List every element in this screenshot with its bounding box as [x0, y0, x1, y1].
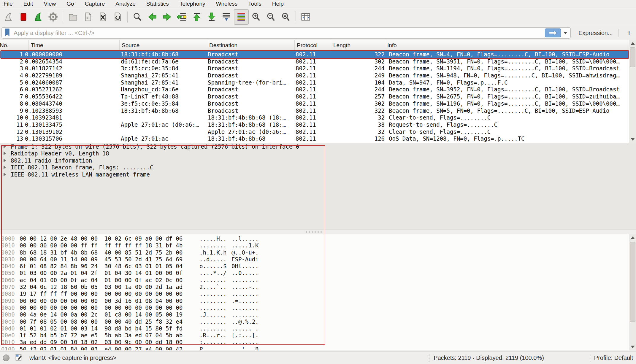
stop-capture-icon[interactable] — [16, 9, 31, 25]
filter-bookmark-icon[interactable] — [4, 28, 10, 38]
column-header-destination[interactable]: Destination — [207, 40, 295, 51]
expression-button[interactable]: Expression... — [578, 30, 613, 36]
packet-row[interactable]: 11 0.130133475 Apple_27:01:ac (d0:a6:… 1… — [0, 121, 629, 128]
column-header-info[interactable]: Info — [385, 40, 629, 51]
packet-row[interactable]: 7 0.055536422 Tp-LinkT_ef:48:88 Broadcas… — [0, 93, 629, 100]
menu-item[interactable]: File — [4, 1, 13, 7]
filter-history-dropdown[interactable] — [562, 28, 569, 37]
expert-info-icon[interactable] — [3, 355, 9, 361]
zoom-in-icon[interactable] — [249, 9, 264, 25]
restart-capture-icon[interactable] — [31, 9, 46, 25]
splitter-handle-icon[interactable] — [306, 231, 322, 233]
colorize-icon[interactable] — [234, 9, 249, 25]
detail-row[interactable]: Frame 1: 322 bytes on wire (2576 bits), … — [0, 143, 636, 150]
scroll-up-icon[interactable] — [629, 40, 636, 47]
packet-row[interactable]: 5 0.024060087 Shanghai_27:85:41 Spanning… — [0, 79, 629, 86]
hex-row[interactable]: 0040 6f 01 08 82 84 8b 96 24 30 48 6c 03… — [0, 263, 629, 270]
menu-item[interactable]: Edit — [23, 1, 33, 7]
capture-comment-icon[interactable] — [15, 353, 23, 363]
column-header-length[interactable]: Length — [331, 40, 385, 51]
hex-row[interactable]: 0080 19 17 ff ff ff 00 00 00 00 00 00 00… — [0, 290, 629, 297]
menu-item[interactable]: Statistics — [146, 1, 169, 7]
hex-row[interactable]: 00c0 00 7f 08 05 00 08 00 00 00 00 40 dd… — [0, 318, 629, 325]
find-packet-icon[interactable] — [130, 9, 145, 25]
go-to-packet-icon[interactable] — [175, 9, 189, 25]
hex-row[interactable]: 0100 50 f2 02 01 01 84 00 03 a4 00 00 27… — [0, 346, 629, 350]
detail-row[interactable]: Radiotap Header v0, Length 18 — [0, 150, 636, 157]
expand-arrow-icon[interactable] — [4, 173, 6, 176]
detail-row[interactable]: 802.11 radio information — [0, 157, 636, 164]
pane-splitter[interactable] — [0, 230, 636, 234]
packet-row[interactable]: 12 0.130139102 Apple_27:01:ac (d0:a6:… 8… — [0, 128, 629, 136]
expand-arrow-icon[interactable] — [4, 152, 6, 155]
hex-row[interactable]: 0030 00 00 64 00 11 14 00 09 45 53 50 2d… — [0, 256, 629, 263]
menu-item[interactable]: View — [44, 1, 56, 7]
open-file-icon[interactable] — [66, 9, 80, 25]
detail-row[interactable]: IEEE 802.11 Beacon frame, Flags: .......… — [0, 164, 636, 171]
packet-row[interactable]: 9 0.102388593 18:31:bf:4b:8b:68 Broadcas… — [0, 107, 629, 115]
hex-row[interactable]: 0050 01 03 00 00 2a 01 04 2f 01 04 30 14… — [0, 270, 629, 276]
packet-row[interactable]: 10 0.103923481 18:31:bf:4b:8b:68 (18:… 8… — [0, 114, 629, 121]
hex-row[interactable]: 0090 00 00 00 00 00 00 00 00 00 3d 16 01… — [0, 298, 629, 304]
save-file-icon[interactable] — [80, 9, 95, 25]
scrollbar-thumb[interactable] — [630, 47, 635, 67]
packet-row[interactable]: 3 0.011827142 3c:f5:cc:0e:35:84 Broadcas… — [0, 65, 629, 72]
scroll-down-icon[interactable] — [629, 343, 636, 350]
packet-row[interactable]: 1 0.000000000 18:31:bf:4b:8b:68 Broadcas… — [0, 51, 629, 58]
hex-row[interactable]: 0010 00 00 80 00 00 00 ff ff ff ff ff ff… — [0, 242, 629, 249]
scroll-down-icon[interactable] — [629, 136, 636, 143]
hex-row[interactable]: 0020 8b 68 18 31 bf 4b 8b 68 40 00 85 51… — [0, 249, 629, 256]
menu-item[interactable]: Go — [66, 1, 74, 7]
menu-item[interactable]: Telephony — [180, 1, 205, 7]
packet-list-scrollbar[interactable] — [629, 40, 636, 143]
hex-row[interactable]: 0000 00 00 12 00 2e 48 00 00 10 02 6c 09… — [0, 235, 629, 242]
go-first-packet-icon[interactable] — [189, 9, 204, 25]
menu-item[interactable]: Capture — [85, 1, 105, 7]
expand-arrow-icon[interactable] — [4, 166, 6, 169]
display-filter-input[interactable]: Apply a display filter ... <Ctrl-/> — [1, 27, 571, 39]
reload-file-icon[interactable] — [110, 9, 125, 25]
packet-row[interactable]: 8 0.080443740 3e:f5:cc:0e:35:84 Broadcas… — [0, 100, 629, 107]
scrollbar-thumb[interactable] — [630, 242, 635, 322]
hex-row[interactable]: 00e0 1f 52 b4 b5 b7 72 ae e5 5b ab 3a ed… — [0, 332, 629, 339]
menu-item[interactable]: Help — [272, 1, 284, 7]
packet-row[interactable]: 4 0.022799189 Shanghai_27:85:41 Broadcas… — [0, 72, 629, 79]
hex-pane-scrollbar[interactable] — [629, 234, 636, 350]
start-capture-icon[interactable] — [1, 9, 16, 25]
menu-item[interactable]: Wireless — [216, 1, 238, 7]
menu-item[interactable]: Analyze — [115, 1, 136, 7]
column-header-no[interactable]: No. — [0, 40, 29, 51]
auto-scroll-icon[interactable] — [219, 9, 234, 25]
hex-row[interactable]: 00b0 00 4a 0e 14 00 0a 00 2c 01 c8 00 14… — [0, 311, 629, 318]
column-header-protocol[interactable]: Protocol — [295, 40, 331, 51]
hex-offset: 0030 — [1, 256, 15, 263]
packet-no: 10 — [0, 114, 23, 121]
hex-row[interactable]: 0070 32 04 0c 12 18 60 0b 05 03 00 1a 00… — [0, 284, 629, 290]
hex-row[interactable]: 0060 ac 04 01 00 00 0f ac 04 01 00 00 0f… — [0, 277, 629, 284]
expand-arrow-icon[interactable] — [4, 159, 6, 162]
resize-columns-icon[interactable] — [298, 9, 313, 25]
go-forward-icon[interactable] — [160, 9, 175, 25]
packet-row[interactable]: 2 0.002654354 d6:61:fe:cd:7a:6e Broadcas… — [0, 58, 629, 65]
detail-row[interactable]: IEEE 802.11 wireless LAN management fram… — [0, 171, 636, 178]
zoom-out-icon[interactable] — [264, 9, 278, 25]
go-back-icon[interactable] — [145, 9, 160, 25]
add-filter-button[interactable]: + — [624, 28, 635, 38]
capture-options-icon[interactable] — [46, 9, 61, 25]
menu-item[interactable]: Tools — [248, 1, 261, 7]
apply-filter-arrow-icon[interactable] — [545, 28, 561, 37]
go-last-packet-icon[interactable] — [204, 9, 219, 25]
hex-row[interactable]: 00a0 00 00 00 00 00 00 00 00 00 00 00 00… — [0, 304, 629, 311]
packet-row[interactable]: 6 0.035271262 Hangzhou_cd:7a:6e Broadcas… — [0, 86, 629, 93]
zoom-normal-icon[interactable] — [278, 9, 293, 25]
column-header-source[interactable]: Source — [120, 40, 207, 51]
packet-row[interactable]: 13 0.130315706 Apple_27:01:ac 18:31:bf:4… — [0, 135, 629, 142]
hex-bytes-2: 00 00 00 00 00 00 00 00 — [104, 290, 183, 297]
scroll-up-icon[interactable] — [629, 234, 636, 241]
profile-text[interactable]: Profile: Default — [594, 355, 633, 361]
column-header-time[interactable]: Time — [29, 40, 120, 51]
hex-row[interactable]: 00f0 3a ed dd 09 00 10 18 02 03 00 9c 00… — [0, 339, 629, 346]
close-file-icon[interactable] — [95, 9, 110, 25]
expand-arrow-icon[interactable] — [4, 145, 6, 148]
hex-row[interactable]: 00d0 01 01 01 02 01 00 03 14 98 d8 bd b4… — [0, 325, 629, 332]
